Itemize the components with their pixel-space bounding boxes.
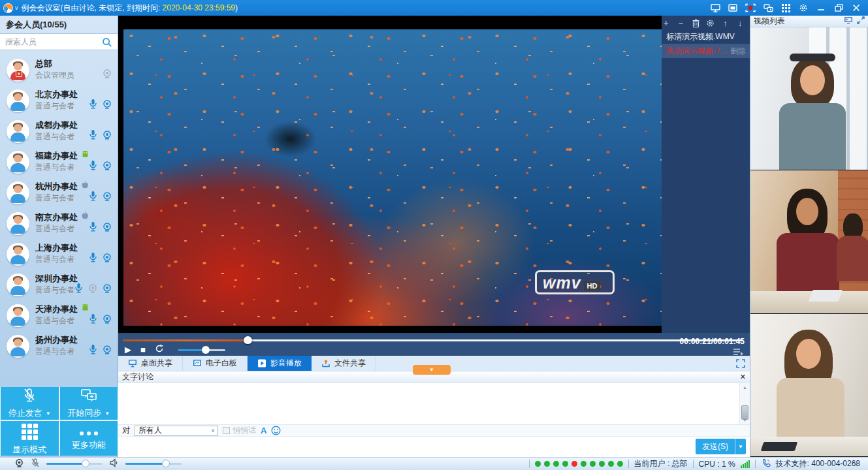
scroll-down-icon[interactable]: ▼ bbox=[740, 416, 750, 424]
participant-row[interactable]: 福建办事处 普通与会者 bbox=[0, 147, 118, 178]
seek-thumb[interactable] bbox=[244, 336, 252, 345]
recipient-select[interactable]: 所有人 ∨ bbox=[135, 426, 218, 436]
network-share-icon[interactable] bbox=[762, 2, 775, 14]
video-thumbnail-3[interactable] bbox=[750, 314, 868, 457]
webcam-icon[interactable] bbox=[102, 191, 112, 204]
video-frame[interactable]: wmv HD bbox=[118, 16, 662, 333]
loop-button[interactable] bbox=[155, 344, 164, 356]
maximize-icon[interactable] bbox=[832, 2, 845, 14]
mic-icon[interactable] bbox=[88, 160, 98, 174]
grid-icon[interactable] bbox=[779, 2, 792, 14]
gear-icon[interactable] bbox=[797, 2, 810, 14]
move-down-icon[interactable]: ↓ bbox=[735, 18, 745, 27]
whisper-checkbox[interactable] bbox=[223, 427, 230, 434]
webcam-icon[interactable] bbox=[102, 130, 112, 143]
tab-media-playback[interactable]: 影音播放 bbox=[248, 356, 312, 371]
window-icon[interactable] bbox=[726, 2, 739, 14]
webcam-icon[interactable] bbox=[102, 161, 112, 174]
mic-icon[interactable] bbox=[88, 221, 98, 235]
webcam-icon[interactable] bbox=[102, 222, 112, 235]
hd-badge: HD bbox=[584, 281, 601, 290]
add-icon[interactable]: ＋ bbox=[662, 18, 671, 27]
participant-row[interactable]: 南京办事处 普通与会者 bbox=[0, 208, 118, 239]
webcam-icon[interactable] bbox=[102, 253, 112, 266]
send-button[interactable]: 发送(S) ▼ bbox=[696, 439, 746, 454]
speaker-volume-slider[interactable] bbox=[125, 463, 182, 465]
stop-button[interactable]: ■ bbox=[140, 344, 146, 356]
scroll-up-icon[interactable]: ▲ bbox=[740, 383, 750, 392]
participant-row[interactable]: 总部 会议管理员 bbox=[0, 55, 118, 86]
mic-icon[interactable] bbox=[88, 313, 98, 327]
start-sync-button[interactable]: 开始同步▼ bbox=[60, 387, 118, 420]
stop-speaking-button[interactable]: 停止发言▼ bbox=[1, 387, 59, 420]
fullscreen-icon[interactable] bbox=[736, 356, 745, 371]
move-up-icon[interactable]: ↑ bbox=[721, 18, 730, 27]
video-list-panel: 视频列表 bbox=[750, 16, 868, 457]
webcam-icon[interactable] bbox=[102, 314, 112, 327]
webcam-icon[interactable] bbox=[14, 458, 24, 470]
video-thumbnail-1[interactable] bbox=[750, 27, 868, 170]
record-icon[interactable] bbox=[744, 2, 757, 14]
chevron-down-icon[interactable]: ▼ bbox=[46, 411, 51, 416]
send-options-icon[interactable]: ▼ bbox=[735, 439, 746, 454]
mic-volume-thumb[interactable] bbox=[82, 460, 89, 467]
volume-thumb[interactable] bbox=[202, 346, 210, 354]
close-icon[interactable] bbox=[850, 2, 863, 14]
display-mode-button[interactable]: 显示模式 bbox=[1, 421, 59, 456]
participant-name: 福建办事处 bbox=[35, 149, 78, 162]
search-input[interactable] bbox=[0, 34, 98, 50]
participant-row[interactable]: 北京办事处 普通与会者 bbox=[0, 86, 118, 116]
speaker-volume-thumb[interactable] bbox=[162, 460, 170, 467]
playlist-item[interactable]: 标清演示视频.WMV bbox=[662, 29, 750, 44]
webcam-icon[interactable] bbox=[102, 283, 112, 296]
chat-scrollbar[interactable]: ▲ ▼ bbox=[739, 383, 750, 424]
delete-link[interactable]: 删除 bbox=[728, 44, 750, 58]
play-button[interactable]: ▶ bbox=[125, 344, 131, 356]
font-button[interactable]: A bbox=[261, 426, 266, 435]
volume-slider[interactable] bbox=[178, 349, 225, 351]
collapse-handle[interactable]: ▼ bbox=[413, 365, 451, 375]
tab-file-share[interactable]: 文件共享 bbox=[312, 356, 376, 371]
more-functions-button[interactable]: 更多功能 bbox=[60, 421, 118, 456]
seek-bar[interactable] bbox=[123, 339, 743, 341]
search-icon[interactable] bbox=[102, 37, 112, 50]
participant-row[interactable]: 深圳办事处 普通与会者 bbox=[0, 270, 118, 300]
expand-icon[interactable] bbox=[857, 16, 865, 26]
webcam-icon[interactable] bbox=[102, 345, 112, 358]
mic-icon[interactable] bbox=[88, 344, 98, 358]
mic-icon[interactable] bbox=[88, 129, 98, 143]
participant-row[interactable]: 天津办事处 普通与会者 bbox=[0, 300, 118, 331]
monitor-icon[interactable] bbox=[844, 16, 853, 26]
message-input[interactable] bbox=[121, 438, 678, 454]
speaker-icon[interactable] bbox=[109, 458, 119, 469]
screen-share-icon[interactable] bbox=[709, 2, 722, 14]
app-logo-icon[interactable] bbox=[3, 3, 13, 13]
mic-icon[interactable] bbox=[88, 99, 98, 112]
tab-whiteboard[interactable]: 电子白板 bbox=[183, 356, 248, 371]
mic-icon[interactable] bbox=[74, 283, 84, 296]
participant-row[interactable]: 杭州办事处 普通与会者 bbox=[0, 178, 118, 208]
tab-desktop-share[interactable]: 桌面共享 bbox=[118, 356, 183, 371]
video-thumbnail-2[interactable] bbox=[750, 170, 868, 313]
trash-icon[interactable] bbox=[691, 18, 700, 27]
settings-icon[interactable] bbox=[706, 18, 715, 27]
emoji-icon[interactable] bbox=[271, 426, 281, 435]
chevron-down-icon[interactable]: ∨ bbox=[14, 5, 19, 11]
remove-icon[interactable]: − bbox=[677, 18, 686, 27]
webcam-disabled-icon[interactable] bbox=[102, 69, 112, 82]
minimize-icon[interactable] bbox=[814, 2, 828, 14]
desktop-share-icon bbox=[128, 359, 137, 368]
playlist-item-name: 高清演示视频-720P.wmv bbox=[666, 44, 728, 58]
mic-volume-slider[interactable] bbox=[46, 463, 103, 465]
participant-row[interactable]: 上海办事处 普通与会者 bbox=[0, 239, 118, 270]
chevron-down-icon[interactable]: ▼ bbox=[104, 411, 110, 416]
participant-row[interactable]: 扬州办事处 普通与会者 bbox=[0, 331, 118, 362]
mic-icon[interactable] bbox=[88, 191, 98, 204]
webcam-icon[interactable] bbox=[102, 99, 112, 112]
playlist-item-selected[interactable]: 高清演示视频-720P.wmv 删除 bbox=[662, 44, 750, 58]
mic-icon[interactable] bbox=[88, 252, 98, 266]
mic-muted-icon[interactable] bbox=[31, 458, 40, 470]
participant-row[interactable]: 成都办事处 普通与会者 bbox=[0, 116, 118, 147]
webcam-disabled-icon[interactable] bbox=[88, 283, 98, 296]
close-icon[interactable]: ✕ bbox=[740, 373, 746, 381]
